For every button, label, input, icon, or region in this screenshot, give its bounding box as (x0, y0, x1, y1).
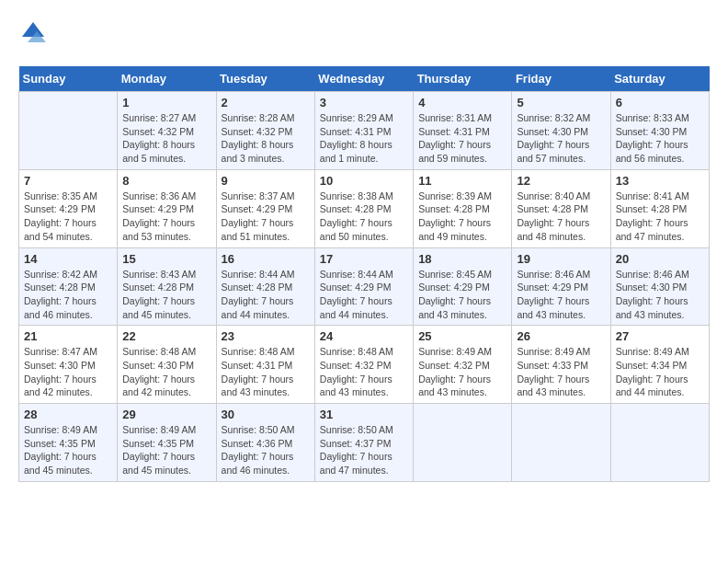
day-number: 7 (24, 174, 112, 188)
day-number: 21 (24, 329, 112, 343)
week-row-2: 7Sunrise: 8:35 AMSunset: 4:29 PMDaylight… (19, 169, 710, 247)
day-number: 17 (320, 252, 408, 266)
day-number: 23 (222, 329, 310, 343)
calendar-cell: 11Sunrise: 8:39 AMSunset: 4:28 PMDayligh… (414, 169, 512, 247)
calendar-cell (414, 404, 512, 482)
day-number: 8 (122, 174, 210, 188)
day-number: 31 (320, 408, 408, 421)
day-number: 13 (616, 174, 704, 188)
day-number: 20 (616, 252, 704, 266)
calendar-cell: 30Sunrise: 8:50 AMSunset: 4:36 PMDayligh… (216, 404, 314, 482)
day-info: Sunrise: 8:48 AMSunset: 4:30 PMDaylight:… (122, 345, 210, 399)
day-number: 5 (517, 96, 605, 109)
day-info: Sunrise: 8:41 AMSunset: 4:28 PMDaylight:… (616, 190, 704, 244)
day-number: 30 (222, 408, 310, 421)
day-info: Sunrise: 8:44 AMSunset: 4:28 PMDaylight:… (222, 268, 310, 322)
day-info: Sunrise: 8:49 AMSunset: 4:32 PMDaylight:… (418, 345, 506, 399)
calendar-cell: 24Sunrise: 8:48 AMSunset: 4:32 PMDayligh… (314, 326, 413, 404)
day-number: 9 (222, 174, 310, 188)
calendar-cell: 31Sunrise: 8:50 AMSunset: 4:37 PMDayligh… (314, 404, 413, 482)
calendar-cell: 2Sunrise: 8:28 AMSunset: 4:32 PMDaylight… (216, 92, 314, 170)
day-number: 10 (320, 174, 408, 188)
day-info: Sunrise: 8:48 AMSunset: 4:32 PMDaylight:… (320, 345, 408, 399)
calendar-cell: 28Sunrise: 8:49 AMSunset: 4:35 PMDayligh… (19, 404, 118, 482)
day-info: Sunrise: 8:50 AMSunset: 4:36 PMDaylight:… (222, 423, 310, 477)
day-number: 15 (122, 252, 210, 266)
calendar-cell: 27Sunrise: 8:49 AMSunset: 4:34 PMDayligh… (610, 326, 709, 404)
calendar-cell: 23Sunrise: 8:48 AMSunset: 4:31 PMDayligh… (216, 326, 314, 404)
day-info: Sunrise: 8:40 AMSunset: 4:28 PMDaylight:… (517, 190, 605, 244)
day-number: 19 (517, 252, 605, 266)
calendar-cell: 5Sunrise: 8:32 AMSunset: 4:30 PMDaylight… (512, 92, 610, 170)
day-info: Sunrise: 8:49 AMSunset: 4:35 PMDaylight:… (24, 423, 112, 477)
week-row-3: 14Sunrise: 8:42 AMSunset: 4:28 PMDayligh… (19, 247, 710, 326)
day-info: Sunrise: 8:38 AMSunset: 4:28 PMDaylight:… (320, 190, 408, 244)
day-number: 18 (418, 252, 506, 266)
calendar-header-row: SundayMondayTuesdayWednesdayThursdayFrid… (19, 66, 710, 92)
day-number: 11 (418, 174, 506, 188)
calendar-cell: 16Sunrise: 8:44 AMSunset: 4:28 PMDayligh… (216, 247, 314, 326)
day-number: 24 (320, 329, 408, 343)
day-info: Sunrise: 8:39 AMSunset: 4:28 PMDaylight:… (418, 190, 506, 244)
calendar-cell: 22Sunrise: 8:48 AMSunset: 4:30 PMDayligh… (118, 326, 216, 404)
calendar-cell: 20Sunrise: 8:46 AMSunset: 4:30 PMDayligh… (610, 247, 709, 326)
calendar-cell: 14Sunrise: 8:42 AMSunset: 4:28 PMDayligh… (19, 247, 118, 326)
weekday-header-sunday: Sunday (19, 66, 118, 92)
logo (18, 18, 51, 52)
calendar-cell (512, 404, 610, 482)
calendar-cell: 21Sunrise: 8:47 AMSunset: 4:30 PMDayligh… (19, 326, 118, 404)
day-info: Sunrise: 8:45 AMSunset: 4:29 PMDaylight:… (418, 268, 506, 322)
weekday-header-friday: Friday (512, 66, 610, 92)
day-number: 27 (616, 329, 704, 343)
day-info: Sunrise: 8:47 AMSunset: 4:30 PMDaylight:… (24, 345, 112, 399)
day-info: Sunrise: 8:50 AMSunset: 4:37 PMDaylight:… (320, 423, 408, 477)
day-info: Sunrise: 8:31 AMSunset: 4:31 PMDaylight:… (418, 111, 506, 166)
day-number: 1 (122, 96, 210, 109)
day-info: Sunrise: 8:27 AMSunset: 4:32 PMDaylight:… (122, 111, 210, 166)
day-info: Sunrise: 8:48 AMSunset: 4:31 PMDaylight:… (222, 345, 310, 399)
calendar-cell: 4Sunrise: 8:31 AMSunset: 4:31 PMDaylight… (414, 92, 512, 170)
day-info: Sunrise: 8:35 AMSunset: 4:29 PMDaylight:… (24, 190, 112, 244)
day-info: Sunrise: 8:42 AMSunset: 4:28 PMDaylight:… (24, 268, 112, 322)
day-number: 6 (616, 96, 704, 109)
day-info: Sunrise: 8:28 AMSunset: 4:32 PMDaylight:… (222, 111, 310, 166)
calendar-cell: 15Sunrise: 8:43 AMSunset: 4:28 PMDayligh… (118, 247, 216, 326)
svg-marker-0 (22, 22, 44, 37)
week-row-1: 1Sunrise: 8:27 AMSunset: 4:32 PMDaylight… (19, 92, 710, 170)
day-number: 25 (418, 329, 506, 343)
calendar-cell: 12Sunrise: 8:40 AMSunset: 4:28 PMDayligh… (512, 169, 610, 247)
day-info: Sunrise: 8:49 AMSunset: 4:33 PMDaylight:… (517, 345, 605, 399)
day-number: 16 (222, 252, 310, 266)
day-info: Sunrise: 8:46 AMSunset: 4:29 PMDaylight:… (517, 268, 605, 322)
calendar-cell: 29Sunrise: 8:49 AMSunset: 4:35 PMDayligh… (118, 404, 216, 482)
calendar-cell: 3Sunrise: 8:29 AMSunset: 4:31 PMDaylight… (314, 92, 413, 170)
logo-icon (18, 18, 48, 52)
weekday-header-thursday: Thursday (414, 66, 512, 92)
day-info: Sunrise: 8:49 AMSunset: 4:35 PMDaylight:… (122, 423, 210, 477)
week-row-4: 21Sunrise: 8:47 AMSunset: 4:30 PMDayligh… (19, 326, 710, 404)
day-number: 4 (418, 96, 506, 109)
day-number: 12 (517, 174, 605, 188)
day-info: Sunrise: 8:29 AMSunset: 4:31 PMDaylight:… (320, 111, 408, 166)
week-row-5: 28Sunrise: 8:49 AMSunset: 4:35 PMDayligh… (19, 404, 710, 482)
calendar-cell: 6Sunrise: 8:33 AMSunset: 4:30 PMDaylight… (610, 92, 709, 170)
calendar-cell: 17Sunrise: 8:44 AMSunset: 4:29 PMDayligh… (314, 247, 413, 326)
calendar-cell (19, 92, 118, 170)
calendar-cell: 25Sunrise: 8:49 AMSunset: 4:32 PMDayligh… (414, 326, 512, 404)
day-info: Sunrise: 8:36 AMSunset: 4:29 PMDaylight:… (122, 190, 210, 244)
calendar-cell: 9Sunrise: 8:37 AMSunset: 4:29 PMDaylight… (216, 169, 314, 247)
day-info: Sunrise: 8:37 AMSunset: 4:29 PMDaylight:… (222, 190, 310, 244)
day-number: 3 (320, 96, 408, 109)
calendar-cell: 1Sunrise: 8:27 AMSunset: 4:32 PMDaylight… (118, 92, 216, 170)
weekday-header-tuesday: Tuesday (216, 66, 314, 92)
calendar-cell: 13Sunrise: 8:41 AMSunset: 4:28 PMDayligh… (610, 169, 709, 247)
weekday-header-wednesday: Wednesday (314, 66, 413, 92)
calendar-cell: 26Sunrise: 8:49 AMSunset: 4:33 PMDayligh… (512, 326, 610, 404)
day-number: 26 (517, 329, 605, 343)
weekday-header-saturday: Saturday (610, 66, 709, 92)
calendar-cell: 7Sunrise: 8:35 AMSunset: 4:29 PMDaylight… (19, 169, 118, 247)
day-number: 14 (24, 252, 112, 266)
day-number: 2 (222, 96, 310, 109)
calendar-cell (610, 404, 709, 482)
day-info: Sunrise: 8:33 AMSunset: 4:30 PMDaylight:… (616, 111, 704, 166)
